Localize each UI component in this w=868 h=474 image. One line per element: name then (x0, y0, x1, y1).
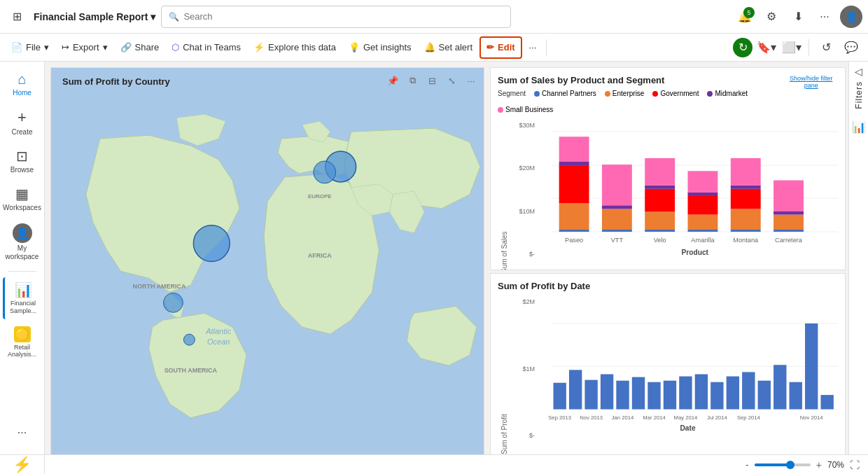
y-tick-10m: $10M (511, 208, 535, 215)
svg-text:Nov 2013: Nov 2013 (580, 414, 603, 421)
export-button[interactable]: ↦ Export ▾ (56, 36, 113, 59)
view-chevron: ▾ (796, 41, 802, 54)
expand-icon: ⤡ (448, 76, 456, 86)
europe-label: EUROPE (308, 193, 332, 200)
profit-y-label: Sum of Profit (498, 295, 511, 454)
more-chart-icon: ··· (468, 76, 475, 86)
workspaces-label: Workspaces (3, 204, 41, 212)
fit-page-button[interactable]: ⛶ (850, 459, 860, 470)
reset-button[interactable]: ↺ (815, 36, 837, 59)
svg-rect-18 (645, 189, 675, 212)
legend-label-small-biz: Small Business (505, 106, 553, 113)
sidebar-item-financial[interactable]: 📊 FinancialSample... (3, 277, 42, 319)
legend-dot-channel (534, 91, 540, 97)
sidebar-item-workspaces[interactable]: ▦ Workspaces (3, 181, 42, 216)
collapse-filter-button[interactable]: ◁ (852, 62, 865, 81)
legend-label-enterprise: Enterprise (612, 90, 645, 97)
svg-text:May 2014: May 2014 (674, 414, 698, 421)
legend-label-midmarket: Midmarket (715, 90, 748, 97)
copy-button[interactable]: ⧉ (404, 72, 421, 89)
na-label: NORTH AMERICA (133, 283, 186, 290)
comment-button[interactable]: 💬 (840, 36, 862, 59)
world-map-svg: Atlantic Ocean NORTH AMERICA EUROPE AFRI… (51, 68, 484, 468)
sidebar-item-retail[interactable]: 🟡 RetailAnalysis... (3, 322, 42, 363)
alert-button[interactable]: 🔔 Set alert (419, 36, 478, 59)
settings-button[interactable]: ⚙ (760, 6, 783, 28)
bar-chart-svg: Paseo VTT Velo Amarilla Montana Carreter… (538, 119, 838, 270)
view-button[interactable]: ⬜ ▾ (780, 36, 803, 59)
pin-button[interactable]: 📌 (384, 72, 401, 89)
atlantic-label: Atlantic (205, 327, 231, 335)
more-action-button[interactable]: ··· (524, 36, 542, 59)
chat-teams-button[interactable]: ⬡ Chat in Teams (166, 36, 246, 59)
file-label: File (26, 42, 41, 53)
pin-icon: 📌 (387, 76, 398, 86)
share-label: Share (135, 42, 160, 53)
svg-rect-55 (695, 374, 708, 409)
profit-tick-2m: $2M (511, 298, 535, 305)
explore-button[interactable]: ⚡ Explore this data (248, 36, 342, 59)
svg-text:Jan 2014: Jan 2014 (612, 414, 634, 421)
zoom-minus[interactable]: - (746, 459, 749, 470)
svg-rect-50 (616, 381, 629, 410)
bookmark-button[interactable]: 🔖 ▾ (755, 36, 778, 59)
expand-button[interactable]: ⤡ (443, 72, 460, 89)
bookmark-chevron: ▾ (771, 41, 776, 54)
bottom-bar: ⚡ - + 70% ⛶ (0, 454, 868, 474)
sidebar-item-browse[interactable]: ⊡ Browse (3, 144, 42, 179)
zoom-slider[interactable] (755, 463, 811, 466)
export-chevron-icon: ▾ (103, 42, 108, 53)
svg-rect-26 (731, 230, 761, 232)
more-options-button[interactable]: ··· (813, 6, 836, 28)
share-button[interactable]: 🔗 Share (115, 36, 165, 59)
bubble-north-america-medium (163, 293, 183, 312)
action-sep-2 (808, 39, 809, 56)
bar-chart-title: Sum of Sales by Product and Segment (498, 75, 784, 85)
legend-dot-enterprise (605, 91, 610, 97)
refresh-icon: ↻ (738, 41, 748, 54)
svg-text:Sep 2013: Sep 2013 (548, 414, 571, 421)
my-workspace-label: My workspace (6, 244, 39, 261)
user-avatar[interactable]: 👤 (840, 6, 862, 28)
chevron-down-icon: ▾ (150, 11, 155, 22)
svg-rect-29 (731, 186, 761, 189)
show-hide-filter-btn[interactable]: Show/hide filter pane (784, 75, 838, 89)
profit-tick-1m: $1M (511, 365, 535, 372)
sidebar-item-home[interactable]: ⌂ Home (3, 67, 42, 102)
profit-chart-section: Sum of Profit by Date Sum of Profit $2M … (490, 273, 846, 468)
search-bar[interactable]: 🔍 (161, 6, 511, 28)
action-bar-right: ↻ 🔖 ▾ ⬜ ▾ ↺ 💬 (733, 36, 862, 59)
sidebar-item-create[interactable]: + Create (3, 104, 42, 141)
create-icon: + (18, 109, 27, 127)
sidebar-item-more[interactable]: ··· (3, 422, 42, 443)
refresh-button[interactable]: ↻ (733, 38, 752, 57)
copy-icon: ⧉ (410, 75, 416, 86)
notification-button[interactable]: 🔔 5 (734, 6, 756, 28)
download-button[interactable]: ⬇ (787, 6, 809, 28)
insights-button[interactable]: 💡 Get insights (343, 36, 417, 59)
share-icon: 🔗 (120, 42, 132, 53)
svg-rect-46 (553, 383, 566, 410)
search-input[interactable] (183, 11, 503, 22)
file-button[interactable]: 📄 File ▾ (6, 36, 55, 59)
edit-icon: ✏ (486, 42, 494, 53)
edit-button[interactable]: ✏ Edit (479, 36, 522, 59)
svg-rect-54 (679, 377, 692, 410)
svg-rect-47 (569, 370, 582, 409)
retail-icon: 🟡 (14, 326, 31, 342)
bubble-south-small (183, 334, 195, 345)
filter-icon: ⊟ (428, 76, 436, 86)
svg-rect-19 (645, 186, 675, 189)
sidebar-item-my-workspace[interactable]: 👤 My workspace (3, 219, 42, 265)
profit-y-ticks: $2M $1M $- (511, 295, 538, 454)
zoom-thumb[interactable] (786, 461, 794, 469)
svg-rect-6 (559, 230, 589, 232)
grid-menu-button[interactable]: ⊞ (6, 6, 28, 28)
filter-sidebar[interactable]: ◁ Filters 📊 (848, 62, 868, 474)
zoom-plus[interactable]: + (816, 459, 822, 470)
financial-label: FinancialSample... (10, 300, 36, 315)
legend-label-government: Government (660, 90, 699, 97)
export-label: Export (73, 42, 99, 53)
filter-button[interactable]: ⊟ (424, 72, 440, 89)
more-chart-button[interactable]: ··· (463, 72, 479, 89)
